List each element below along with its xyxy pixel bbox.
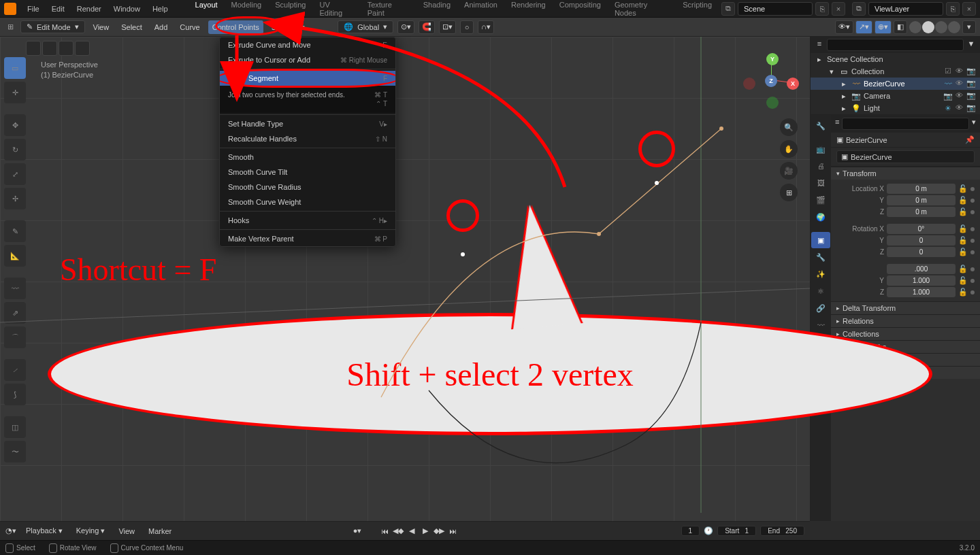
lock-icon[interactable]: 🔓 (958, 236, 968, 245)
pin-icon[interactable]: 📌 (965, 135, 975, 144)
clock-icon[interactable]: 🕐 (704, 526, 713, 535)
select-mode-2[interactable] (42, 41, 57, 56)
tool-move[interactable]: ✥ (4, 114, 26, 136)
eye-icon[interactable]: 👁 (956, 91, 965, 101)
orientation-selector[interactable]: 🌐 Global ▾ (338, 20, 393, 33)
menu-extrude-cursor[interactable]: Extrude to Cursor or Add⌘ Right Mouse (220, 52, 395, 67)
viewport-menu-segments[interactable]: Segments (267, 20, 310, 34)
viewlayer-new-icon[interactable]: ⎘ (946, 2, 960, 16)
workspace-geo-nodes[interactable]: Geometry Nodes (608, 0, 676, 20)
mode-selector[interactable]: ✎ Edit Mode ▾ (20, 20, 85, 33)
camera-icon[interactable]: 📷 (966, 103, 976, 113)
select-mode-1[interactable] (26, 41, 41, 56)
prop-tab-physics[interactable]: ⚛ (811, 283, 830, 299)
prop-tab-tool[interactable]: 🔧 (811, 118, 830, 134)
lock-icon[interactable]: 🔓 (958, 184, 968, 193)
prop-tab-modifiers[interactable]: 🔧 (811, 249, 830, 265)
lock-icon[interactable]: 🔓 (958, 224, 968, 233)
outliner-type-icon[interactable]: ≡ (815, 39, 824, 48)
gizmo-toggle[interactable]: ↗▾ (855, 20, 872, 34)
shading-rendered[interactable] (948, 21, 960, 33)
workspace-rendering[interactable]: Rendering (504, 0, 553, 20)
lock-icon[interactable]: 🔓 (958, 276, 968, 285)
loc-y-field[interactable]: 0 m (887, 195, 956, 205)
tool-draw[interactable]: 〰 (4, 278, 26, 299)
gizmo-x[interactable]: X (787, 78, 799, 90)
menu-vertex-parent[interactable]: Make Vertex Parent⌘ P (220, 231, 395, 246)
menu-help[interactable]: Help (147, 2, 174, 16)
lock-icon[interactable]: 🔓 (958, 207, 968, 216)
scale-z-field[interactable]: 1.000 (887, 287, 956, 297)
menu-smooth-tilt[interactable]: Smooth Curve Tilt (220, 165, 395, 180)
prop-type-icon[interactable]: ≡ (835, 118, 839, 130)
viewport-menu-select[interactable]: Select (117, 20, 146, 34)
properties-search-input[interactable] (842, 118, 969, 130)
viewlayer-browse-icon[interactable]: ⧉ (852, 2, 866, 16)
xray-toggle[interactable]: ◧ (894, 20, 907, 34)
shading-options[interactable]: ▾ (962, 20, 976, 34)
camera-icon[interactable]: 🎥 (780, 162, 798, 180)
workspace-uv[interactable]: UV Editing (312, 0, 360, 20)
keyframe-prev-icon[interactable]: ◀◆ (392, 525, 404, 537)
tool-shear[interactable]: ◫ (4, 416, 26, 438)
transform-header[interactable]: ▾Transform (831, 167, 980, 180)
workspace-modeling[interactable]: Modeling (225, 0, 269, 20)
viewport-menu-add[interactable]: Add (150, 20, 172, 34)
workspace-layout[interactable]: Layout (189, 0, 225, 20)
timeline-marker[interactable]: Marker (144, 526, 176, 537)
menu-file[interactable]: File (22, 2, 45, 16)
start-frame-field[interactable]: Start 1 (717, 526, 756, 536)
viewport-menu-control-points[interactable]: Control Points (208, 20, 263, 34)
scene-browse-icon[interactable]: ⧉ (721, 2, 735, 16)
eye-icon[interactable]: 👁 (956, 103, 965, 113)
current-frame-field[interactable]: 1 (681, 526, 700, 536)
menu-smooth-weight[interactable]: Smooth Curve Weight (220, 195, 395, 209)
gizmo-neg-x[interactable] (743, 78, 755, 90)
eye-icon[interactable]: 👁 (956, 79, 965, 88)
menu-hooks[interactable]: Hooks⌃ H▸ (220, 213, 395, 228)
viewport-menu-curve[interactable]: Curve (176, 20, 203, 34)
rot-x-field[interactable]: 0° (887, 224, 956, 234)
proportional-falloff[interactable]: ∩▾ (478, 20, 494, 34)
tool-rotate[interactable]: ↻ (4, 139, 26, 161)
eye-icon[interactable]: 👁 (956, 67, 965, 76)
timeline-type-icon[interactable]: ◔▾ (5, 526, 16, 535)
tool-curve-pen[interactable]: ⌒ (4, 326, 26, 348)
menu-window[interactable]: Window (108, 2, 146, 16)
scene-delete-icon[interactable]: × (832, 2, 845, 16)
workspace-sculpting[interactable]: Sculpting (268, 0, 312, 20)
menu-edit[interactable]: Edit (46, 2, 70, 16)
workspace-animation[interactable]: Animation (457, 0, 504, 20)
loc-x-field[interactable]: 0 m (887, 184, 956, 194)
prop-tab-particles[interactable]: ✨ (811, 266, 830, 282)
prop-tab-world[interactable]: 🌍 (811, 209, 830, 225)
options-icon[interactable]: ▾ (972, 118, 976, 130)
scale-x-field[interactable]: .000 (887, 264, 956, 274)
nav-gizmo[interactable]: Z X Y (747, 57, 795, 105)
autokey-toggle[interactable]: ●▾ (351, 525, 363, 537)
shading-material[interactable] (935, 21, 947, 33)
shading-solid[interactable] (922, 21, 934, 33)
scale-y-field[interactable]: 1.000 (887, 275, 956, 286)
tool-measure[interactable]: 📐 (4, 245, 26, 267)
play-reverse-icon[interactable]: ◀ (406, 525, 418, 537)
viewlayer-name-field[interactable]: ViewLayer (868, 2, 943, 16)
menu-set-handle[interactable]: Set Handle TypeV▸ (220, 116, 395, 131)
object-name-field[interactable]: ▣BezierCurve (836, 150, 975, 163)
camera-icon[interactable]: 📷 (966, 91, 976, 101)
menu-extrude-move[interactable]: Extrude Curve and MoveE (220, 37, 395, 52)
prop-tab-viewlayer[interactable]: 🖼 (811, 175, 830, 191)
tool-annotate[interactable]: ✎ (4, 220, 26, 242)
select-mode-3[interactable] (59, 41, 74, 56)
outliner-item-beziercurve[interactable]: ▸ 〰 BezierCurve 〰 👁📷 (811, 78, 980, 90)
editor-type-icon[interactable]: ⊞ (4, 21, 16, 33)
camera-icon[interactable]: 📷 (966, 67, 976, 76)
prop-tab-scene[interactable]: 🎬 (811, 192, 830, 208)
timeline-keying[interactable]: Keying ▾ (72, 525, 110, 537)
menu-smooth[interactable]: Smooth (220, 150, 395, 165)
tool-radius[interactable]: ⟋ (4, 359, 26, 381)
tool-scale[interactable]: ⤢ (4, 163, 26, 185)
timeline-playback[interactable]: Playback ▾ (22, 525, 67, 537)
loc-z-field[interactable]: 0 m (887, 207, 956, 217)
scene-name-field[interactable]: Scene (738, 2, 813, 16)
